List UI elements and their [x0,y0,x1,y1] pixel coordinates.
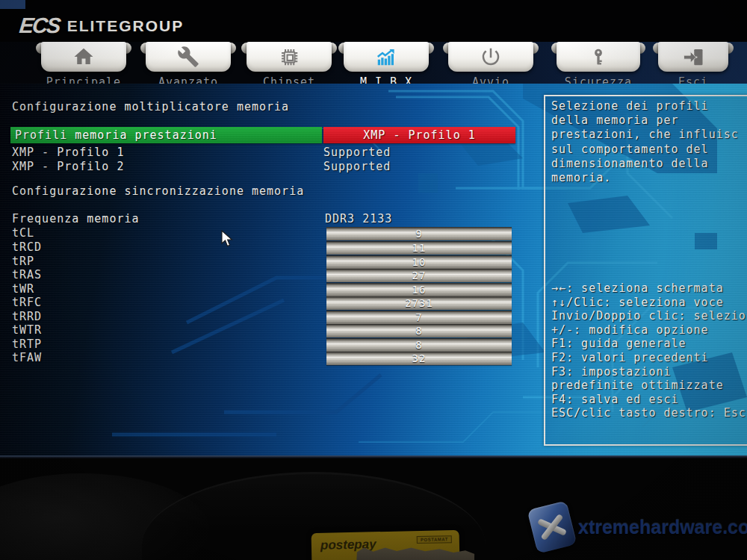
tab-principale[interactable]: Principale [41,42,126,87]
timing-label[interactable]: tRP [12,255,34,268]
setting-value: Supported [323,161,391,173]
hotkey-legend: →←: seleziona schermata ↑↓/Clic: selezio… [551,281,746,420]
hotkey-line: F1: guida generale [551,337,746,351]
chipset-icon [278,46,300,68]
hotkey-line: F2: valori precedenti [551,351,746,365]
hotkey-line: Invio/Doppio clic: selezio [551,309,746,323]
tab-esci[interactable]: Esci [658,42,728,87]
monitor-bezel-and-desk: postepay POSTAMAT xtremehardware.com [0,458,747,560]
tab-sicurezza[interactable]: Sicurezza [557,42,640,87]
selected-setting-value[interactable]: XMP - Profilo 1 [323,127,515,143]
setting-label[interactable]: XMP - Profilo 1 [12,146,124,159]
section-title-multiplier: Configurazione moltiplicatore memoria [12,101,289,113]
mouse-cursor-icon [221,230,234,250]
description-line: dimensionamento della [551,157,739,171]
hotkey-line: ESC/clic tasto destro: Esc [551,406,746,420]
section-title-sync: Configurazione sincronizzazione memoria [12,185,304,198]
chart-icon [374,46,398,68]
hotkey-line: +/-: modifica opzione [551,323,746,337]
tab-chipset[interactable]: Chipset [247,42,332,87]
timing-value-box[interactable]: 2731 [326,296,512,310]
setting-value: Supported [323,146,391,159]
ecs-logo: ECS [18,13,61,38]
description-line: memoria. [551,171,739,185]
power-icon [480,46,502,68]
postepay-card: postepay POSTAMAT [311,530,460,560]
timing-value-box[interactable]: 27 [326,269,512,282]
description-line: sul comportamento del [551,143,739,157]
description-line: Selezione dei profili [551,99,739,113]
brand-logo: ECS ELITEGROUP [19,13,184,38]
key-icon [588,46,609,68]
timing-value-box[interactable]: 11 [326,241,512,255]
watermark: xtremehardware.com [532,505,747,550]
hotkey-line: predefinite ottimizzate [551,379,746,393]
timing-value-box[interactable]: 7 [326,311,512,324]
watermark-text: xtremehardware.com [578,517,747,538]
timing-label[interactable]: tRAS [12,269,42,281]
selected-setting-row[interactable]: Profili memoria prestazioni [10,127,322,143]
description-line: prestazioni, che influisc [551,128,739,142]
help-panel: Selezione dei profili della memoria per … [544,95,747,446]
setting-label[interactable]: XMP - Profilo 2 [12,161,124,173]
exit-icon [682,46,704,68]
timing-value-box[interactable]: 10 [326,255,512,269]
hotkey-line: F4: salva ed esci [551,393,746,407]
timing-label[interactable]: tWR [12,283,34,296]
tab-avanzato[interactable]: Avanzato [146,42,231,87]
timing-value-box[interactable]: 9 [326,227,512,240]
setting-description: Selezione dei profili della memoria per … [551,99,739,185]
timing-label[interactable]: tCL [12,227,34,240]
hotkey-line: →←: seleziona schermata [551,281,746,296]
timing-value-box[interactable]: 32 [326,352,512,365]
timing-label[interactable]: tFAW [12,352,42,364]
timing-label[interactable]: tRTP [12,338,42,351]
timing-value-box[interactable]: 8 [326,324,512,337]
timing-value-box[interactable]: 8 [326,338,512,352]
setting-label[interactable]: Frequenza memoria [12,213,140,225]
bios-content-area: Configurazione moltiplicatore memoria Pr… [0,84,747,455]
timing-label[interactable]: tRRD [12,311,42,323]
card-badge-text: POSTAMAT [417,535,452,544]
timing-label[interactable]: tRCD [12,241,42,254]
hotkey-line: ↑↓/Clic: seleziona voce [551,296,746,310]
hotkey-line: F3: impostazioni [551,365,746,379]
x-logo-icon [527,500,577,553]
tab-mib-x[interactable]: M.I.B X [344,42,429,87]
home-icon [72,46,95,68]
photo-corner-artifact [0,0,25,9]
timing-label[interactable]: tRFC [12,296,42,309]
wrench-icon [177,46,199,68]
brand-name: ELITEGROUP [67,17,185,35]
description-line: della memoria per [551,113,739,128]
timing-label[interactable]: tWTR [12,324,42,337]
bios-screen-photo: ECS ELITEGROUP Principale Avanzato [0,0,747,560]
setting-value: DDR3 2133 [325,213,392,225]
tab-avvio[interactable]: Avvio [448,42,533,87]
timing-value-box[interactable]: 16 [326,283,512,296]
